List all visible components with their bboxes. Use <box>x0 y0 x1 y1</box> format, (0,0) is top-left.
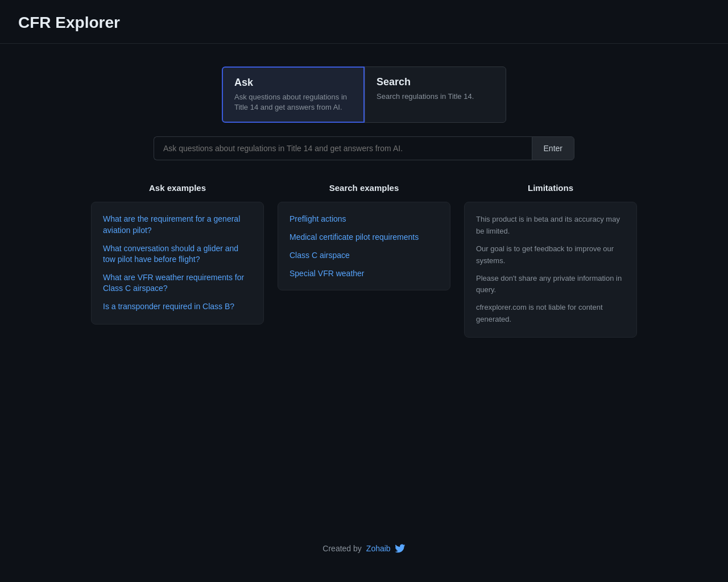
limitation-2: Our goal is to get feedback to improve o… <box>476 243 625 267</box>
app-header: CFR Explorer <box>0 0 728 44</box>
author-link[interactable]: Zohaib <box>366 544 391 553</box>
ask-example-link-1[interactable]: What are the requirement for a general a… <box>103 214 240 235</box>
list-item: Preflight actions <box>289 214 439 224</box>
limitations-title: Limitations <box>464 183 637 193</box>
limitations-card: This product is in beta and its accuracy… <box>464 202 637 337</box>
list-item: Medical certificate pilot requirements <box>289 232 439 242</box>
search-examples-card: Preflight actions Medical certificate pi… <box>278 202 450 290</box>
list-item: Special VFR weather <box>289 268 439 278</box>
limitation-1: This product is in beta and its accuracy… <box>476 214 625 238</box>
tab-ask-title: Ask <box>234 77 352 89</box>
twitter-icon <box>395 543 406 554</box>
ask-example-link-3[interactable]: What are VFR weather requirements for Cl… <box>103 273 244 293</box>
search-example-link-1[interactable]: Preflight actions <box>289 214 346 223</box>
tab-ask[interactable]: Ask Ask questions about regulations in T… <box>222 66 365 123</box>
ask-example-link-2[interactable]: What conversation should a glider and to… <box>103 244 238 264</box>
limitation-4: cfrexplorer.com is not liable for conten… <box>476 302 625 326</box>
app-title: CFR Explorer <box>18 14 710 32</box>
list-item: Is a transponder required in Class B? <box>103 301 252 313</box>
search-examples-title: Search examples <box>278 183 450 193</box>
enter-button[interactable]: Enter <box>532 136 574 160</box>
footer: Created by Zohaib <box>322 521 405 565</box>
search-examples-column: Search examples Preflight actions Medica… <box>278 183 450 290</box>
search-example-link-2[interactable]: Medical certificate pilot requirements <box>289 232 419 242</box>
ask-examples-card: What are the requirement for a general a… <box>91 202 264 324</box>
ask-examples-column: Ask examples What are the requirement fo… <box>91 183 264 324</box>
columns-container: Ask examples What are the requirement fo… <box>91 183 637 337</box>
main-content: Ask Ask questions about regulations in T… <box>0 44 728 338</box>
tab-search[interactable]: Search Search regulations in Title 14. <box>365 66 506 123</box>
ask-examples-title: Ask examples <box>91 183 264 193</box>
list-item: What are VFR weather requirements for Cl… <box>103 272 252 294</box>
tab-ask-description: Ask questions about regulations in Title… <box>234 92 352 113</box>
search-bar-container: Enter <box>154 136 574 160</box>
search-example-link-3[interactable]: Class C airspace <box>289 251 350 260</box>
ask-examples-list: What are the requirement for a general a… <box>103 214 252 312</box>
list-item: What conversation should a glider and to… <box>103 243 252 265</box>
limitation-3: Please don't share any private informati… <box>476 273 625 297</box>
list-item: Class C airspace <box>289 250 439 260</box>
list-item: What are the requirement for a general a… <box>103 214 252 236</box>
search-example-link-4[interactable]: Special VFR weather <box>289 269 365 278</box>
created-by-label: Created by <box>322 544 361 553</box>
search-examples-list: Preflight actions Medical certificate pi… <box>289 214 439 278</box>
tabs-container: Ask Ask questions about regulations in T… <box>222 66 506 123</box>
limitations-column: Limitations This product is in beta and … <box>464 183 637 337</box>
search-input[interactable] <box>154 136 532 160</box>
tab-search-description: Search regulations in Title 14. <box>377 92 494 102</box>
ask-example-link-4[interactable]: Is a transponder required in Class B? <box>103 302 234 311</box>
tab-search-title: Search <box>377 76 494 88</box>
